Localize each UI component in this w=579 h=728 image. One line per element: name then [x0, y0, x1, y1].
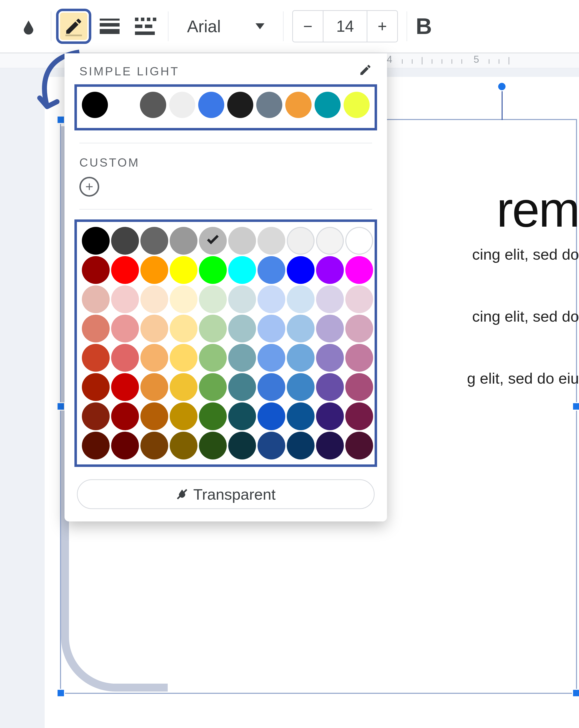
color-swatch[interactable] [170, 344, 198, 372]
color-swatch[interactable] [316, 227, 344, 255]
color-swatch[interactable] [170, 402, 198, 430]
theme-color-swatch[interactable] [140, 92, 166, 118]
color-swatch[interactable] [257, 285, 285, 313]
edit-theme-icon[interactable] [359, 63, 372, 79]
color-swatch[interactable] [345, 402, 373, 430]
color-swatch[interactable] [316, 315, 344, 342]
increase-font-size-button[interactable]: + [368, 11, 397, 42]
bold-button[interactable]: B [416, 14, 438, 39]
color-swatch[interactable] [141, 256, 168, 284]
color-swatch[interactable] [287, 285, 314, 313]
color-swatch[interactable] [141, 227, 168, 255]
color-swatch[interactable] [257, 432, 285, 460]
color-swatch[interactable] [170, 432, 198, 460]
color-swatch[interactable] [199, 227, 227, 255]
color-swatch[interactable] [170, 315, 198, 342]
color-swatch[interactable] [141, 285, 168, 313]
theme-color-swatch[interactable] [169, 92, 195, 118]
border-weight-button[interactable] [96, 12, 123, 40]
theme-color-swatch[interactable] [256, 92, 282, 118]
color-swatch[interactable] [228, 256, 256, 284]
color-swatch[interactable] [345, 256, 373, 284]
color-swatch[interactable] [82, 432, 110, 460]
color-swatch[interactable] [257, 344, 285, 372]
resize-handle[interactable] [57, 116, 64, 123]
color-swatch[interactable] [170, 227, 198, 255]
add-custom-color-button[interactable] [79, 177, 99, 197]
theme-color-swatch[interactable] [314, 92, 341, 118]
color-swatch[interactable] [316, 432, 344, 460]
color-swatch[interactable] [257, 227, 285, 255]
color-swatch[interactable] [228, 227, 256, 255]
color-swatch[interactable] [228, 402, 256, 430]
color-swatch[interactable] [199, 402, 227, 430]
color-swatch[interactable] [82, 285, 110, 313]
color-swatch[interactable] [287, 432, 314, 460]
rotation-handle[interactable] [498, 83, 506, 90]
color-swatch[interactable] [345, 432, 373, 460]
color-swatch[interactable] [141, 432, 168, 460]
resize-handle[interactable] [573, 690, 579, 696]
color-swatch[interactable] [141, 402, 168, 430]
color-swatch[interactable] [141, 344, 168, 372]
theme-color-swatch[interactable] [82, 92, 108, 118]
color-swatch[interactable] [82, 256, 110, 284]
color-swatch[interactable] [111, 256, 139, 284]
resize-handle[interactable] [57, 403, 64, 410]
resize-handle[interactable] [57, 690, 64, 696]
color-swatch[interactable] [316, 285, 344, 313]
color-swatch[interactable] [170, 373, 198, 401]
color-swatch[interactable] [170, 256, 198, 284]
color-swatch[interactable] [287, 344, 314, 372]
color-swatch[interactable] [316, 256, 344, 284]
color-swatch[interactable] [345, 315, 373, 342]
border-dash-button[interactable] [132, 12, 159, 40]
color-swatch[interactable] [82, 315, 110, 342]
color-swatch[interactable] [287, 256, 314, 284]
color-swatch[interactable] [287, 373, 314, 401]
color-swatch[interactable] [228, 285, 256, 313]
color-swatch[interactable] [257, 256, 285, 284]
color-swatch[interactable] [170, 285, 198, 313]
color-swatch[interactable] [111, 285, 139, 313]
color-swatch[interactable] [199, 344, 227, 372]
color-swatch[interactable] [199, 285, 227, 313]
color-swatch[interactable] [82, 373, 110, 401]
theme-color-swatch[interactable] [344, 92, 370, 118]
decrease-font-size-button[interactable]: − [293, 11, 323, 42]
color-swatch[interactable] [111, 227, 139, 255]
color-swatch[interactable] [199, 432, 227, 460]
color-swatch[interactable] [287, 227, 314, 255]
color-swatch[interactable] [82, 402, 110, 430]
color-swatch[interactable] [345, 344, 373, 372]
color-swatch[interactable] [111, 402, 139, 430]
fill-color-button[interactable] [15, 12, 42, 40]
color-swatch[interactable] [257, 373, 285, 401]
color-swatch[interactable] [199, 373, 227, 401]
font-family-select[interactable]: Arial [177, 10, 274, 43]
color-swatch[interactable] [228, 344, 256, 372]
theme-color-swatch[interactable] [285, 92, 311, 118]
color-swatch[interactable] [199, 315, 227, 342]
color-swatch[interactable] [111, 373, 139, 401]
theme-color-swatch[interactable] [111, 92, 137, 118]
font-size-value[interactable]: 14 [323, 11, 368, 42]
resize-handle[interactable] [573, 403, 579, 410]
color-swatch[interactable] [287, 315, 314, 342]
color-swatch[interactable] [141, 315, 168, 342]
color-swatch[interactable] [287, 402, 314, 430]
color-swatch[interactable] [111, 315, 139, 342]
color-swatch[interactable] [345, 285, 373, 313]
color-swatch[interactable] [257, 402, 285, 430]
transparent-button[interactable]: Transparent [77, 479, 375, 509]
theme-color-swatch[interactable] [198, 92, 224, 118]
theme-color-swatch[interactable] [227, 92, 253, 118]
color-swatch[interactable] [111, 344, 139, 372]
border-color-button[interactable] [60, 12, 87, 40]
color-swatch[interactable] [111, 432, 139, 460]
color-swatch[interactable] [228, 315, 256, 342]
color-swatch[interactable] [345, 373, 373, 401]
color-swatch[interactable] [316, 402, 344, 430]
color-swatch[interactable] [345, 227, 373, 255]
color-swatch[interactable] [316, 373, 344, 401]
